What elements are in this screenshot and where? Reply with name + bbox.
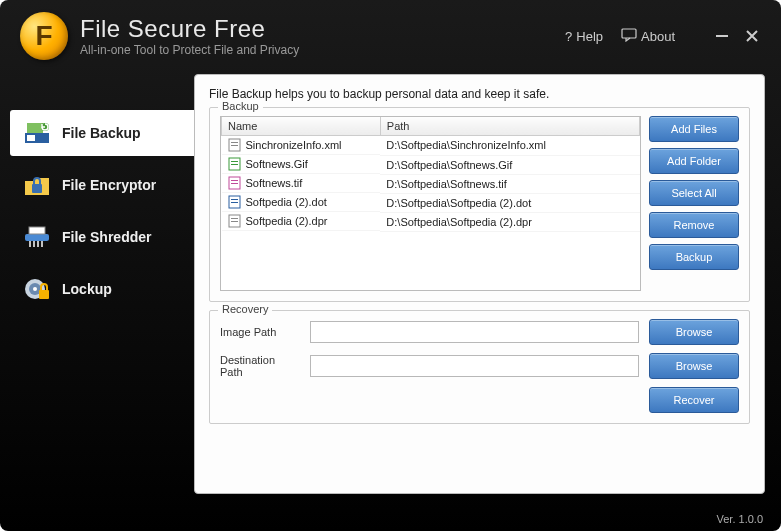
sidebar-item-file-encryptor[interactable]: File Encryptor (10, 162, 194, 208)
table-row[interactable]: Softpedia (2).dotD:\Softpedia\Softpedia … (222, 193, 640, 212)
svg-rect-3 (27, 135, 35, 141)
help-icon: ? (565, 29, 572, 44)
file-name: Softnews.tif (246, 177, 303, 189)
top-links: ? Help About (565, 28, 761, 45)
add-folder-button[interactable]: Add Folder (649, 148, 739, 174)
file-name-cell: Softpedia (2).dpr (222, 212, 381, 231)
table-row[interactable]: Softpedia (2).dprD:\Softpedia\Softpedia … (222, 212, 640, 231)
file-icon (228, 195, 242, 209)
file-name-cell: Softpedia (2).dot (222, 193, 381, 212)
file-name: Softpedia (2).dot (246, 196, 327, 208)
table-row[interactable]: SinchronizeInfo.xmlD:\Softpedia\Sinchron… (222, 136, 640, 156)
file-path: D:\Softpedia\Softnews.tif (380, 174, 639, 193)
help-link[interactable]: ? Help (565, 29, 603, 44)
main-panel: File Backup helps you to backup personal… (194, 74, 765, 494)
app-logo-icon: F (20, 12, 68, 60)
file-name-cell: Softnews.tif (222, 174, 381, 193)
svg-rect-20 (231, 161, 238, 162)
browse-image-button[interactable]: Browse (649, 319, 739, 345)
svg-point-14 (33, 287, 37, 291)
column-path[interactable]: Path (380, 117, 639, 136)
sidebar: File Backup File Encryptor File Shredder… (10, 74, 194, 494)
sidebar-item-file-backup[interactable]: File Backup (10, 110, 194, 156)
table-row[interactable]: Softnews.tifD:\Softpedia\Softnews.tif (222, 174, 640, 193)
image-path-input[interactable] (310, 321, 639, 343)
svg-rect-0 (622, 29, 636, 38)
window-controls (713, 29, 761, 43)
app-subtitle: All-in-one Tool to Protect File and Priv… (80, 43, 565, 57)
sidebar-item-file-shredder[interactable]: File Shredder (10, 214, 194, 260)
file-path: D:\Softpedia\Softpedia (2).dot (380, 193, 639, 212)
svg-rect-29 (231, 218, 238, 219)
add-files-button[interactable]: Add Files (649, 116, 739, 142)
sidebar-item-label: Lockup (62, 281, 112, 297)
file-icon (228, 214, 242, 228)
about-label: About (641, 29, 675, 44)
svg-rect-15 (39, 290, 49, 299)
sidebar-item-lockup[interactable]: Lockup (10, 266, 194, 312)
svg-rect-26 (231, 199, 238, 200)
body: File Backup File Encryptor File Shredder… (0, 64, 781, 502)
lock-folder-icon (22, 172, 52, 198)
file-name: Softnews.Gif (246, 158, 308, 170)
destination-path-label: Destination Path (220, 354, 300, 378)
sidebar-item-label: File Backup (62, 125, 141, 141)
recovery-legend: Recovery (218, 303, 272, 315)
destination-path-input[interactable] (310, 355, 639, 377)
file-name-cell: SinchronizeInfo.xml (222, 136, 381, 155)
file-icon (228, 176, 242, 190)
svg-rect-6 (25, 234, 49, 241)
browse-destination-button[interactable]: Browse (649, 353, 739, 379)
shredder-icon (22, 224, 52, 250)
file-path: D:\Softpedia\Softpedia (2).dpr (380, 212, 639, 231)
file-name-cell: Softnews.Gif (222, 155, 381, 174)
table-row[interactable]: Softnews.GifD:\Softpedia\Softnews.Gif (222, 155, 640, 174)
file-name: Softpedia (2).dpr (246, 215, 328, 227)
svg-rect-18 (231, 145, 238, 146)
svg-rect-27 (231, 202, 238, 203)
image-path-label: Image Path (220, 326, 300, 338)
column-name[interactable]: Name (222, 117, 381, 136)
app-title: File Secure Free (80, 15, 565, 43)
backup-fieldset: Backup Name Path SinchronizeInfo.xmlD:\S… (209, 107, 750, 302)
file-table[interactable]: Name Path SinchronizeInfo.xmlD:\Softpedi… (220, 116, 641, 291)
svg-rect-24 (231, 183, 238, 184)
svg-rect-5 (32, 184, 42, 193)
svg-rect-17 (231, 142, 238, 143)
backup-button[interactable]: Backup (649, 244, 739, 270)
backup-icon (22, 120, 52, 146)
svg-rect-7 (29, 227, 45, 234)
file-icon (228, 157, 242, 171)
recover-button[interactable]: Recover (649, 387, 739, 413)
select-all-button[interactable]: Select All (649, 180, 739, 206)
help-label: Help (576, 29, 603, 44)
svg-rect-1 (716, 35, 728, 37)
svg-rect-21 (231, 164, 238, 165)
file-icon (228, 138, 242, 152)
backup-legend: Backup (218, 100, 263, 112)
file-name: SinchronizeInfo.xml (246, 139, 342, 151)
version-text: Ver. 1.0.0 (717, 513, 763, 525)
svg-rect-23 (231, 180, 238, 181)
svg-rect-30 (231, 221, 238, 222)
sidebar-item-label: File Shredder (62, 229, 151, 245)
description-text: File Backup helps you to backup personal… (209, 87, 750, 101)
speech-icon (621, 28, 637, 45)
about-link[interactable]: About (621, 28, 675, 45)
backup-buttons: Add Files Add Folder Select All Remove B… (649, 116, 739, 291)
minimize-button[interactable] (713, 29, 731, 43)
header: F File Secure Free All-in-one Tool to Pr… (0, 0, 781, 64)
close-button[interactable] (743, 29, 761, 43)
title-block: File Secure Free All-in-one Tool to Prot… (80, 15, 565, 57)
disk-lock-icon (22, 276, 52, 302)
app-window: F File Secure Free All-in-one Tool to Pr… (0, 0, 781, 531)
sidebar-item-label: File Encryptor (62, 177, 156, 193)
file-path: D:\Softpedia\SinchronizeInfo.xml (380, 136, 639, 156)
recovery-fieldset: Recovery Image Path Browse Destination P… (209, 310, 750, 424)
remove-button[interactable]: Remove (649, 212, 739, 238)
file-path: D:\Softpedia\Softnews.Gif (380, 155, 639, 174)
